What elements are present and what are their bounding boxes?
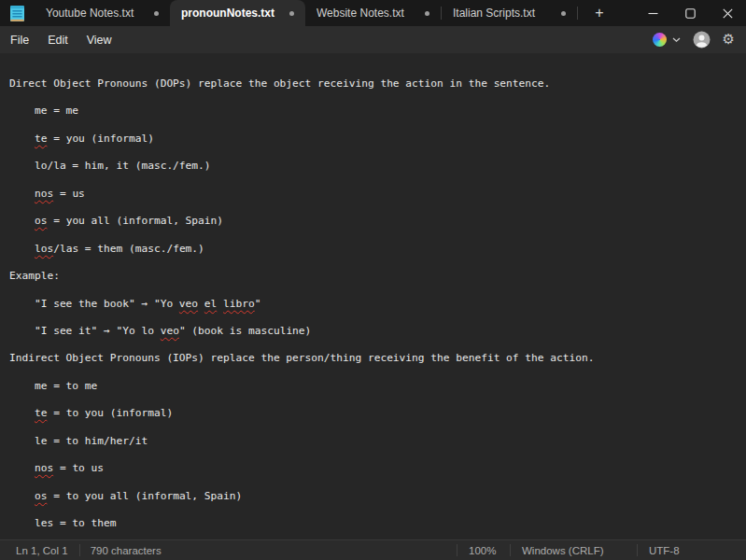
- copilot-icon: [653, 33, 667, 47]
- editor-line: Direct Object Pronouns (DOPs) replace th…: [9, 70, 746, 97]
- misspelled-word: nos: [35, 188, 53, 200]
- editor-line: "I see it" → "Yo lo veo" (book is mascul…: [9, 317, 746, 344]
- tab-separator: [577, 7, 578, 20]
- copilot-button[interactable]: [653, 33, 681, 47]
- misspelled-word: os: [35, 215, 47, 227]
- editor-line: "I see the book" → "Yo veo el libro": [9, 290, 746, 317]
- editor-line: nos = to us: [9, 455, 746, 482]
- editor-line: nos = us: [9, 180, 746, 207]
- tab-bar: Youtube Notes.txt pronounNotes.txt Websi…: [0, 0, 746, 26]
- editor-line: les = to them: [9, 510, 746, 537]
- menu-edit[interactable]: Edit: [39, 31, 77, 49]
- misspelled-word: nos: [35, 462, 53, 474]
- maximize-button[interactable]: [671, 0, 709, 26]
- chevron-down-icon: [672, 37, 681, 43]
- editor-line: os = to you all (informal, Spain): [9, 483, 746, 510]
- tab-italian-scripts[interactable]: Italian Scripts.txt: [442, 0, 577, 26]
- new-tab-button[interactable]: +: [584, 0, 615, 26]
- notepad-icon: [0, 0, 35, 26]
- gear-icon: ⚙: [723, 31, 735, 48]
- maximize-icon: [685, 8, 696, 19]
- editor-line: los/las = them (masc./fem.): [9, 235, 746, 262]
- close-icon: [723, 8, 733, 19]
- editor-line: os = you all (informal, Spain): [9, 207, 746, 234]
- unsaved-indicator: [289, 11, 294, 16]
- editor-line: Indirect Object Pronouns (IOPs) replace …: [9, 344, 746, 371]
- character-count: 790 characters: [80, 545, 162, 556]
- misspelled-word: os: [35, 490, 47, 502]
- misspelled-word: el: [204, 298, 217, 310]
- editor-line: Example:: [9, 262, 746, 289]
- line-endings-section: Windows (CRLF): [510, 540, 637, 560]
- zoom-level: 100%: [457, 545, 496, 556]
- encoding: UTF-8: [638, 545, 680, 556]
- tab-website-notes[interactable]: Website Notes.txt: [305, 0, 441, 26]
- text-editor[interactable]: Direct Object Pronouns (DOPs) replace th…: [0, 53, 746, 539]
- editor-line: te = to you (informal): [9, 399, 746, 427]
- editor-line: te = you (informal): [9, 125, 746, 152]
- plus-icon: +: [595, 5, 603, 21]
- notepad-window: Youtube Notes.txt pronounNotes.txt Websi…: [0, 0, 746, 560]
- tab-label: pronounNotes.txt: [181, 7, 282, 20]
- menu-bar: File Edit View ⚙: [0, 26, 746, 53]
- cursor-position: Ln 1, Col 1: [0, 545, 79, 556]
- misspelled-word: te: [35, 133, 47, 145]
- tab-label: Website Notes.txt: [317, 7, 417, 20]
- tab-pronoun-notes[interactable]: pronounNotes.txt: [170, 0, 305, 26]
- editor-line: me = me: [9, 97, 746, 124]
- editor-line: le = to him/her/it: [9, 427, 746, 455]
- editor-line: me = to me: [9, 372, 746, 399]
- minimize-icon: [648, 8, 658, 19]
- misspelled-word: veo: [179, 298, 198, 310]
- unsaved-indicator: [561, 11, 566, 16]
- menu-view[interactable]: View: [78, 31, 120, 49]
- status-bar: Ln 1, Col 1 790 characters 100% Windows …: [0, 539, 746, 560]
- unsaved-indicator: [154, 11, 159, 16]
- misspelled-word: veo: [161, 325, 179, 337]
- minimize-button[interactable]: [634, 0, 671, 26]
- misspelled-word: te: [35, 407, 47, 419]
- close-button[interactable]: [709, 0, 746, 26]
- misspelled-word: los: [35, 243, 53, 255]
- editor-content: Direct Object Pronouns (DOPs) replace th…: [9, 70, 746, 537]
- settings-button[interactable]: ⚙: [723, 33, 735, 47]
- account-button[interactable]: [693, 31, 711, 49]
- tab-label: Italian Scripts.txt: [453, 7, 554, 20]
- account-icon: [693, 31, 711, 49]
- tab-youtube-notes[interactable]: Youtube Notes.txt: [35, 0, 170, 26]
- encoding-section: UTF-8: [637, 540, 746, 560]
- editor-line: lo/la = him, it (masc./fem.): [9, 152, 746, 179]
- menu-file[interactable]: File: [2, 31, 37, 49]
- line-endings: Windows (CRLF): [511, 545, 604, 556]
- zoom-level-section[interactable]: 100%: [457, 540, 510, 560]
- tab-label: Youtube Notes.txt: [46, 7, 147, 20]
- unsaved-indicator: [425, 11, 429, 16]
- misspelled-word: libro: [223, 298, 255, 310]
